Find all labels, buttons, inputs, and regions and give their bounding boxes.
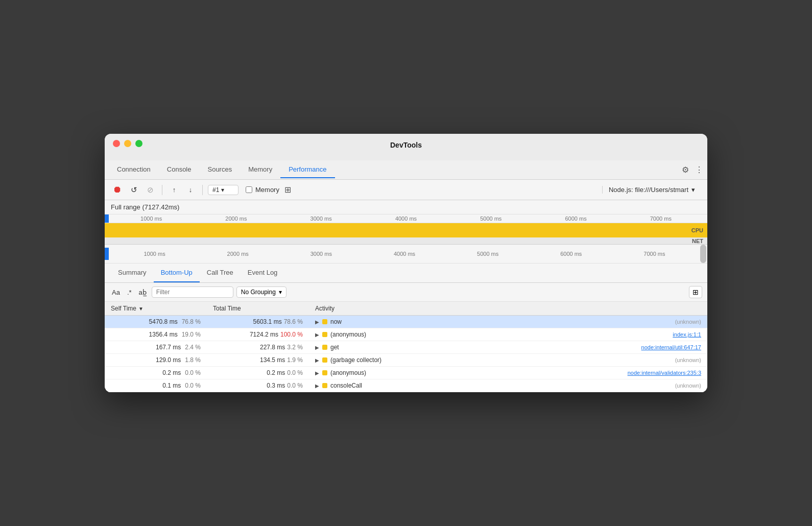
reload-button[interactable]: ↺ bbox=[127, 183, 140, 197]
time-ruler-bottom-container: 1000 ms 2000 ms 3000 ms 4000 ms 5000 ms … bbox=[105, 245, 707, 264]
settings-icon[interactable]: ⚙ bbox=[682, 165, 689, 175]
cell-total-time: 134.5 ms 1.9 % bbox=[207, 354, 309, 367]
activity-name: (garbage collector) bbox=[330, 356, 381, 364]
th-self-time[interactable]: Self Time ▼ bbox=[105, 302, 207, 316]
cpu-screenshot-icon[interactable]: ⊞ bbox=[284, 185, 291, 195]
cell-self-time: 129.0 ms 1.8 % bbox=[105, 354, 207, 367]
session-select[interactable]: #1 ▾ bbox=[208, 185, 238, 195]
target-label: Node.js: file:///Users/stmart bbox=[609, 186, 688, 194]
download-button[interactable]: ↓ bbox=[184, 183, 197, 197]
cell-activity: ▶ get node:internal/util:647:17 bbox=[309, 341, 707, 354]
tab-sources[interactable]: Sources bbox=[199, 161, 240, 178]
expand-arrow[interactable]: ▶ bbox=[315, 345, 319, 350]
toolbar-divider-2 bbox=[202, 185, 203, 195]
tick-1000: 1000 ms bbox=[109, 216, 194, 222]
main-content: Full range (7127.42ms) 1000 ms 2000 ms 3… bbox=[105, 200, 707, 392]
cell-total-time: 0.3 ms 0.0 % bbox=[207, 379, 309, 392]
total-time-pct: 100.0 % bbox=[280, 331, 303, 338]
tab-connection[interactable]: Connection bbox=[109, 161, 159, 178]
tick-2000: 2000 ms bbox=[194, 216, 278, 222]
net-label: NET bbox=[692, 238, 703, 244]
time-ticks-bottom: 1000 ms 2000 ms 3000 ms 4000 ms 5000 ms … bbox=[109, 251, 700, 257]
grouping-label: No Grouping bbox=[241, 289, 276, 296]
left-marker bbox=[105, 248, 109, 260]
sidebar-toggle-button[interactable]: ⊞ bbox=[689, 286, 702, 298]
toolbar: ⏺ ↺ ⊘ ↑ ↓ #1 ▾ Memory ⊞ Node.js: file://… bbox=[105, 180, 707, 200]
cell-activity: ▶ (anonymous) node:internal/validators:2… bbox=[309, 367, 707, 379]
tab-call-tree[interactable]: Call Tree bbox=[200, 264, 241, 282]
table-body: 5470.8 ms 76.8 % 5603.1 ms 78.6 % ▶ now … bbox=[105, 316, 707, 392]
session-dropdown-icon: ▾ bbox=[221, 186, 224, 194]
tick-7000: 7000 ms bbox=[618, 216, 703, 222]
upload-button[interactable]: ↑ bbox=[168, 183, 181, 197]
grouping-select[interactable]: No Grouping ▾ bbox=[236, 286, 286, 298]
filter-case-button[interactable]: ab̲ bbox=[137, 288, 149, 297]
cell-activity: ▶ (garbage collector) (unknown) bbox=[309, 354, 707, 367]
expand-arrow[interactable]: ▶ bbox=[315, 319, 319, 325]
self-time-pct: 0.0 % bbox=[185, 369, 201, 376]
expand-arrow[interactable]: ▶ bbox=[315, 370, 319, 376]
total-time-value: 134.5 ms bbox=[260, 356, 285, 364]
tab-performance[interactable]: Performance bbox=[280, 161, 335, 178]
cell-total-time: 5603.1 ms 78.6 % bbox=[207, 316, 309, 328]
activity-color bbox=[322, 370, 327, 375]
activity-name: now bbox=[330, 318, 342, 325]
total-time-value: 0.2 ms bbox=[267, 369, 285, 376]
record-button[interactable]: ⏺ bbox=[111, 183, 124, 197]
cell-activity: ▶ consoleCall (unknown) bbox=[309, 379, 707, 392]
self-time-pct: 2.4 % bbox=[185, 344, 201, 351]
table-row[interactable]: 1356.4 ms 19.0 % 7124.2 ms 100.0 % ▶ (an… bbox=[105, 328, 707, 341]
target-dropdown-icon: ▾ bbox=[691, 186, 695, 194]
tab-bottom-up[interactable]: Bottom-Up bbox=[154, 264, 200, 282]
sort-arrow: ▼ bbox=[138, 306, 144, 312]
cell-total-time: 7124.2 ms 100.0 % bbox=[207, 328, 309, 341]
expand-arrow[interactable]: ▶ bbox=[315, 383, 319, 389]
net-row: NET bbox=[105, 237, 707, 245]
activity-color bbox=[322, 319, 327, 324]
filter-input[interactable] bbox=[152, 286, 233, 298]
memory-checkbox[interactable] bbox=[246, 186, 252, 193]
tab-console[interactable]: Console bbox=[159, 161, 200, 178]
activity-color bbox=[322, 383, 327, 388]
filter-aa-button[interactable]: Aa bbox=[110, 288, 122, 297]
scrollbar-handle[interactable] bbox=[700, 245, 706, 263]
activity-link[interactable]: index.js:1:1 bbox=[673, 331, 701, 338]
session-label: #1 bbox=[212, 186, 219, 194]
table-row[interactable]: 5470.8 ms 76.8 % 5603.1 ms 78.6 % ▶ now … bbox=[105, 316, 707, 328]
data-table: Self Time ▼ Total Time Activity bbox=[105, 302, 707, 392]
cell-self-time: 0.1 ms 0.0 % bbox=[105, 379, 207, 392]
self-time-pct: 76.8 % bbox=[182, 318, 201, 325]
tab-items: Connection Console Sources Memory Perfor… bbox=[109, 161, 682, 178]
activity-link[interactable]: node:internal/validators:235:3 bbox=[628, 370, 701, 376]
table-row[interactable]: 0.2 ms 0.0 % 0.2 ms 0.0 % ▶ (anonymous) … bbox=[105, 367, 707, 379]
tab-summary[interactable]: Summary bbox=[111, 264, 154, 282]
time-ruler-top: 1000 ms 2000 ms 3000 ms 4000 ms 5000 ms … bbox=[105, 214, 707, 223]
clear-button[interactable]: ⊘ bbox=[144, 183, 157, 197]
more-icon[interactable]: ⋮ bbox=[695, 165, 703, 175]
table-row[interactable]: 0.1 ms 0.0 % 0.3 ms 0.0 % ▶ consoleCall … bbox=[105, 379, 707, 392]
tab-memory[interactable]: Memory bbox=[240, 161, 280, 178]
expand-arrow[interactable]: ▶ bbox=[315, 332, 319, 338]
table-container: Self Time ▼ Total Time Activity bbox=[105, 302, 707, 392]
cell-self-time: 167.7 ms 2.4 % bbox=[105, 341, 207, 354]
self-time-value: 1356.4 ms bbox=[149, 331, 178, 338]
tab-event-log[interactable]: Event Log bbox=[241, 264, 285, 282]
total-time-pct: 0.0 % bbox=[287, 369, 303, 376]
th-activity[interactable]: Activity bbox=[309, 302, 707, 316]
activity-color bbox=[322, 345, 327, 350]
target-select[interactable]: Node.js: file:///Users/stmart ▾ bbox=[602, 186, 701, 194]
tick-6000: 6000 ms bbox=[533, 216, 618, 222]
total-time-pct: 3.2 % bbox=[287, 344, 303, 351]
expand-arrow[interactable]: ▶ bbox=[315, 357, 319, 363]
th-total-time[interactable]: Total Time bbox=[207, 302, 309, 316]
analysis-tabs: Summary Bottom-Up Call Tree Event Log bbox=[105, 264, 707, 283]
range-label: Full range (7127.42ms) bbox=[111, 203, 179, 211]
total-time-pct: 1.9 % bbox=[287, 356, 303, 364]
activity-color bbox=[322, 357, 327, 363]
table-row[interactable]: 167.7 ms 2.4 % 227.8 ms 3.2 % ▶ get node… bbox=[105, 341, 707, 354]
activity-name: (anonymous) bbox=[330, 331, 366, 338]
window-title: DevTools bbox=[113, 141, 699, 149]
activity-link[interactable]: node:internal/util:647:17 bbox=[641, 344, 701, 350]
filter-regex-button[interactable]: .* bbox=[125, 288, 134, 297]
table-row[interactable]: 129.0 ms 1.8 % 134.5 ms 1.9 % ▶ (garbage… bbox=[105, 354, 707, 367]
